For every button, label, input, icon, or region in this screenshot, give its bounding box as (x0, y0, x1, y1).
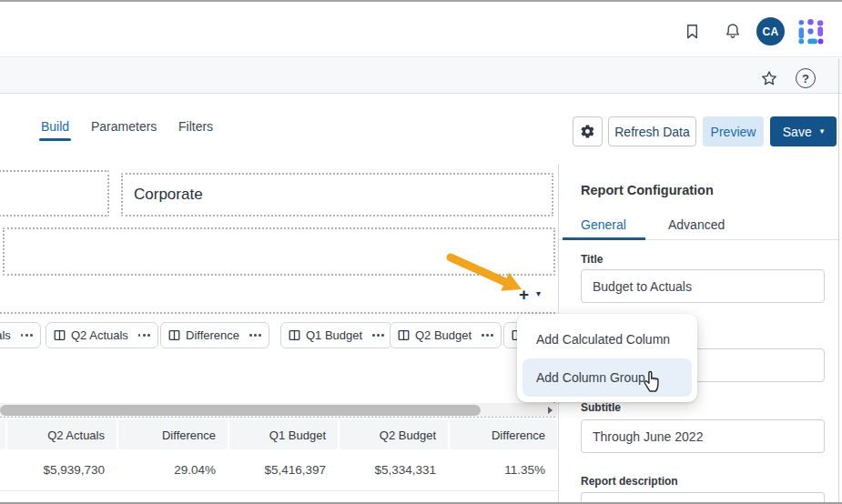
table-header-cell: Difference (450, 420, 557, 449)
table-cell: 11.35% (450, 449, 557, 490)
notifications-bell-icon[interactable] (723, 21, 743, 41)
settings-button[interactable] (573, 116, 603, 146)
horizontal-scrollbar[interactable] (0, 403, 557, 417)
save-button[interactable]: Save ▾ (770, 116, 837, 146)
subtitle-input[interactable] (581, 419, 825, 453)
add-column-button[interactable]: + ▾ (519, 284, 555, 304)
tab-advanced[interactable]: Advanced (668, 217, 725, 232)
top-bar: CA (0, 2, 842, 57)
columns-zone: Q1 Actuals Q2 Actuals Difference Q1 Budg… (0, 312, 555, 418)
preview-table: Q2 Actuals Difference Q1 Budget Q2 Budge… (0, 420, 557, 491)
avatar[interactable]: CA (756, 17, 785, 45)
secondary-action-bar (0, 58, 842, 94)
report-description-label: Report description (581, 475, 678, 488)
scroll-right-arrow-icon[interactable] (543, 403, 556, 417)
column-chip-label: Q2 Budget (415, 328, 472, 342)
tab-general[interactable]: General (581, 217, 626, 232)
chip-menu-icon[interactable] (372, 334, 384, 337)
table-header-row: Q2 Actuals Difference Q1 Budget Q2 Budge… (0, 420, 557, 449)
table-cell: 29.04% (118, 449, 228, 490)
header-row-cell[interactable] (3, 227, 555, 276)
chip-menu-icon[interactable] (21, 334, 33, 337)
window-scrollbar-track[interactable] (838, 58, 839, 502)
window-top-edge (0, 0, 842, 2)
table-row: $5,939,730 29.04% $5,416,397 $5,334,331 … (0, 449, 557, 491)
panel-active-tab-underline (563, 237, 645, 240)
table-cell: $5,334,331 (340, 449, 448, 490)
column-chip-label: Q1 Budget (306, 328, 362, 342)
column-chip-label: Difference (186, 328, 239, 342)
menu-item-add-column-group[interactable]: Add Column Group (522, 358, 692, 397)
row-group-cell[interactable] (0, 170, 109, 217)
column-chip[interactable]: Q1 Budget (280, 322, 392, 348)
active-tab-underline (39, 138, 71, 141)
table-header-cell: Q2 Actuals (7, 420, 117, 449)
refresh-data-button[interactable]: Refresh Data (608, 116, 696, 146)
group-header-label: Corporate (134, 186, 203, 204)
chip-menu-icon[interactable] (138, 334, 150, 337)
group-header-cell[interactable]: Corporate (121, 173, 553, 217)
report-builder-screen: CA ? Build Parameters Filters (0, 0, 842, 504)
table-cell: $5,939,730 (7, 449, 117, 490)
subtitle-label: Subtitle (581, 401, 621, 414)
tab-build[interactable]: Build (41, 119, 69, 134)
column-icon (168, 329, 180, 341)
favorite-star-icon[interactable] (759, 68, 779, 88)
column-chip-label: Q2 Actuals (71, 328, 128, 342)
caret-down-icon: ▾ (536, 289, 541, 298)
title-label: Title (581, 253, 603, 266)
column-icon (54, 329, 66, 341)
plus-icon: + (519, 286, 529, 303)
tab-parameters[interactable]: Parameters (91, 119, 157, 134)
table-cell: $5,416,397 (229, 449, 338, 490)
chip-menu-icon[interactable] (249, 334, 261, 337)
table-header-cell: Q1 Budget (229, 420, 338, 449)
chip-menu-icon[interactable] (482, 334, 493, 337)
preview-button[interactable]: Preview (703, 116, 764, 146)
bookmark-icon[interactable] (682, 21, 702, 41)
add-column-menu: Add Calculated Column Add Column Group (517, 314, 697, 402)
column-icon (398, 329, 410, 341)
help-icon[interactable]: ? (796, 68, 816, 88)
column-chip[interactable]: Q2 Actuals (46, 322, 158, 348)
avatar-initials: CA (763, 25, 779, 38)
panel-title: Report Configuration (581, 183, 714, 197)
menu-item-add-calculated-column[interactable]: Add Calculated Column (517, 322, 697, 357)
table-cell (0, 449, 5, 490)
table-header-cell (0, 420, 5, 449)
gear-icon (580, 124, 595, 139)
column-chip[interactable]: Q2 Budget (390, 322, 502, 348)
column-icon (289, 329, 300, 341)
save-caret-down-icon: ▾ (820, 127, 825, 136)
column-chip[interactable]: Difference (160, 322, 269, 348)
help-glyph: ? (802, 72, 809, 86)
scrollbar-thumb[interactable] (0, 405, 481, 416)
column-chip[interactable]: Q1 Actuals (0, 322, 41, 348)
table-header-cell: Q2 Budget (340, 420, 448, 449)
title-input[interactable] (581, 269, 825, 303)
table-header-cell: Difference (118, 420, 228, 449)
column-chip-label: Q1 Actuals (0, 328, 11, 342)
app-launcher-icon[interactable] (797, 18, 825, 45)
save-label: Save (783, 125, 812, 139)
tab-filters[interactable]: Filters (178, 119, 213, 134)
